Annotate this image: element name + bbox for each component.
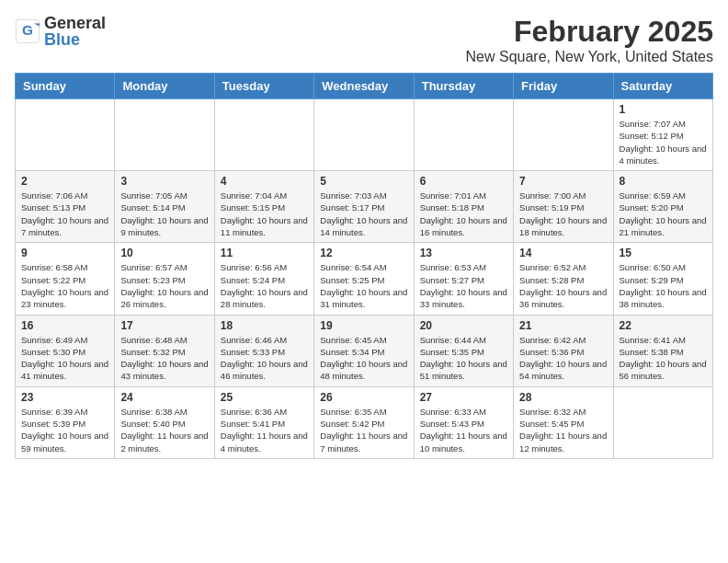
day-info: Sunrise: 6:56 AM Sunset: 5:24 PM Dayligh… [221, 261, 308, 310]
day-number: 23 [21, 391, 108, 404]
day-info: Sunrise: 6:50 AM Sunset: 5:29 PM Dayligh… [620, 261, 707, 310]
day-number: 1 [620, 103, 707, 116]
day-number: 21 [519, 319, 607, 332]
day-info: Sunrise: 7:01 AM Sunset: 5:18 PM Dayligh… [420, 190, 507, 238]
day-number: 11 [221, 247, 308, 259]
day-header-monday: Monday [115, 74, 214, 99]
calendar-cell: 28Sunrise: 6:32 AM Sunset: 5:45 PM Dayli… [514, 386, 613, 458]
day-info: Sunrise: 6:33 AM Sunset: 5:43 PM Dayligh… [420, 406, 507, 454]
page-subtitle: New Square, New York, United States [466, 49, 713, 65]
day-number: 25 [221, 391, 308, 404]
logo-icon: G [15, 18, 40, 44]
day-info: Sunrise: 6:44 AM Sunset: 5:35 PM Dayligh… [420, 334, 507, 383]
calendar-cell: 24Sunrise: 6:38 AM Sunset: 5:40 PM Dayli… [115, 386, 214, 458]
calendar-cell: 3Sunrise: 7:05 AM Sunset: 5:14 PM Daylig… [115, 171, 214, 243]
calendar-cell: 1Sunrise: 7:07 AM Sunset: 5:12 PM Daylig… [613, 99, 712, 171]
page-title: February 2025 [466, 15, 713, 49]
calendar-cell: 7Sunrise: 7:00 AM Sunset: 5:19 PM Daylig… [514, 171, 613, 243]
day-header-sunday: Sunday [16, 74, 115, 99]
day-number: 16 [21, 319, 108, 332]
calendar-cell: 15Sunrise: 6:50 AM Sunset: 5:29 PM Dayli… [613, 243, 712, 315]
calendar-cell: 19Sunrise: 6:45 AM Sunset: 5:34 PM Dayli… [314, 315, 414, 386]
calendar-cell: 22Sunrise: 6:41 AM Sunset: 5:38 PM Dayli… [613, 315, 712, 386]
calendar-cell: 6Sunrise: 7:01 AM Sunset: 5:18 PM Daylig… [414, 171, 513, 243]
calendar-cell [16, 99, 115, 171]
day-info: Sunrise: 6:52 AM Sunset: 5:28 PM Dayligh… [519, 261, 607, 310]
calendar-cell: 2Sunrise: 7:06 AM Sunset: 5:13 PM Daylig… [16, 171, 115, 243]
calendar-cell: 25Sunrise: 6:36 AM Sunset: 5:41 PM Dayli… [214, 386, 313, 458]
calendar-cell: 11Sunrise: 6:56 AM Sunset: 5:24 PM Dayli… [214, 243, 313, 315]
day-number: 28 [519, 391, 607, 404]
calendar-week-row: 2Sunrise: 7:06 AM Sunset: 5:13 PM Daylig… [16, 171, 713, 243]
day-number: 26 [320, 391, 407, 404]
calendar-cell: 17Sunrise: 6:48 AM Sunset: 5:32 PM Dayli… [115, 315, 214, 386]
svg-text:G: G [22, 22, 33, 38]
calendar-cell: 26Sunrise: 6:35 AM Sunset: 5:42 PM Dayli… [314, 386, 414, 458]
day-header-wednesday: Wednesday [314, 74, 414, 99]
calendar-cell: 10Sunrise: 6:57 AM Sunset: 5:23 PM Dayli… [115, 243, 214, 315]
day-header-friday: Friday [514, 74, 613, 99]
day-info: Sunrise: 6:39 AM Sunset: 5:39 PM Dayligh… [21, 406, 108, 454]
calendar-cell [115, 99, 214, 171]
day-info: Sunrise: 7:05 AM Sunset: 5:14 PM Dayligh… [120, 190, 208, 238]
day-info: Sunrise: 6:36 AM Sunset: 5:41 PM Dayligh… [221, 406, 308, 454]
day-number: 10 [120, 247, 208, 259]
day-number: 27 [420, 391, 507, 404]
calendar-cell: 9Sunrise: 6:58 AM Sunset: 5:22 PM Daylig… [16, 243, 115, 315]
title-area: February 2025 New Square, New York, Unit… [466, 15, 713, 65]
day-number: 5 [320, 175, 407, 188]
logo-general-text: General [44, 14, 106, 32]
calendar-week-row: 16Sunrise: 6:49 AM Sunset: 5:30 PM Dayli… [16, 315, 713, 386]
day-info: Sunrise: 6:38 AM Sunset: 5:40 PM Dayligh… [120, 406, 208, 454]
calendar-cell: 8Sunrise: 6:59 AM Sunset: 5:20 PM Daylig… [613, 171, 712, 243]
day-headers-row: SundayMondayTuesdayWednesdayThursdayFrid… [16, 74, 713, 99]
day-number: 7 [519, 175, 607, 188]
calendar-cell [314, 99, 414, 171]
calendar-table: SundayMondayTuesdayWednesdayThursdayFrid… [15, 73, 713, 459]
calendar-cell: 18Sunrise: 6:46 AM Sunset: 5:33 PM Dayli… [214, 315, 313, 386]
day-info: Sunrise: 6:49 AM Sunset: 5:30 PM Dayligh… [21, 334, 108, 383]
day-info: Sunrise: 6:57 AM Sunset: 5:23 PM Dayligh… [120, 261, 208, 310]
day-info: Sunrise: 6:48 AM Sunset: 5:32 PM Dayligh… [120, 334, 208, 383]
calendar-header: SundayMondayTuesdayWednesdayThursdayFrid… [16, 74, 713, 99]
calendar-cell: 4Sunrise: 7:04 AM Sunset: 5:15 PM Daylig… [214, 171, 313, 243]
day-number: 15 [620, 247, 707, 259]
day-info: Sunrise: 6:41 AM Sunset: 5:38 PM Dayligh… [620, 334, 707, 383]
day-info: Sunrise: 6:46 AM Sunset: 5:33 PM Dayligh… [221, 334, 308, 383]
day-info: Sunrise: 6:53 AM Sunset: 5:27 PM Dayligh… [420, 261, 507, 310]
day-number: 20 [420, 319, 507, 332]
day-info: Sunrise: 6:45 AM Sunset: 5:34 PM Dayligh… [320, 334, 407, 383]
calendar-cell: 16Sunrise: 6:49 AM Sunset: 5:30 PM Dayli… [16, 315, 115, 386]
day-info: Sunrise: 7:00 AM Sunset: 5:19 PM Dayligh… [519, 190, 607, 238]
day-number: 24 [120, 391, 208, 404]
day-number: 12 [320, 247, 407, 259]
day-number: 22 [620, 319, 707, 332]
calendar-cell: 12Sunrise: 6:54 AM Sunset: 5:25 PM Dayli… [314, 243, 414, 315]
day-info: Sunrise: 6:35 AM Sunset: 5:42 PM Dayligh… [320, 406, 407, 454]
day-number: 4 [221, 175, 308, 188]
day-info: Sunrise: 7:03 AM Sunset: 5:17 PM Dayligh… [320, 190, 407, 238]
calendar-cell [414, 99, 513, 171]
day-number: 14 [519, 247, 607, 259]
calendar-cell: 21Sunrise: 6:42 AM Sunset: 5:36 PM Dayli… [514, 315, 613, 386]
day-number: 3 [120, 175, 208, 188]
day-header-tuesday: Tuesday [214, 74, 313, 99]
day-number: 13 [420, 247, 507, 259]
calendar-cell: 5Sunrise: 7:03 AM Sunset: 5:17 PM Daylig… [314, 171, 414, 243]
day-number: 6 [420, 175, 507, 188]
calendar-cell [214, 99, 313, 171]
day-info: Sunrise: 6:59 AM Sunset: 5:20 PM Dayligh… [620, 190, 707, 238]
day-info: Sunrise: 6:32 AM Sunset: 5:45 PM Dayligh… [519, 406, 607, 454]
day-number: 19 [320, 319, 407, 332]
day-info: Sunrise: 6:42 AM Sunset: 5:36 PM Dayligh… [519, 334, 607, 383]
day-number: 9 [21, 247, 108, 259]
calendar-cell: 20Sunrise: 6:44 AM Sunset: 5:35 PM Dayli… [414, 315, 513, 386]
calendar-body: 1Sunrise: 7:07 AM Sunset: 5:12 PM Daylig… [16, 99, 713, 459]
calendar-cell: 13Sunrise: 6:53 AM Sunset: 5:27 PM Dayli… [414, 243, 513, 315]
day-info: Sunrise: 7:07 AM Sunset: 5:12 PM Dayligh… [620, 118, 707, 167]
day-info: Sunrise: 6:54 AM Sunset: 5:25 PM Dayligh… [320, 261, 407, 310]
day-number: 8 [620, 175, 707, 188]
calendar-week-row: 23Sunrise: 6:39 AM Sunset: 5:39 PM Dayli… [16, 386, 713, 458]
day-info: Sunrise: 6:58 AM Sunset: 5:22 PM Dayligh… [21, 261, 108, 310]
header: G General Blue February 2025 New Square,… [15, 15, 713, 65]
